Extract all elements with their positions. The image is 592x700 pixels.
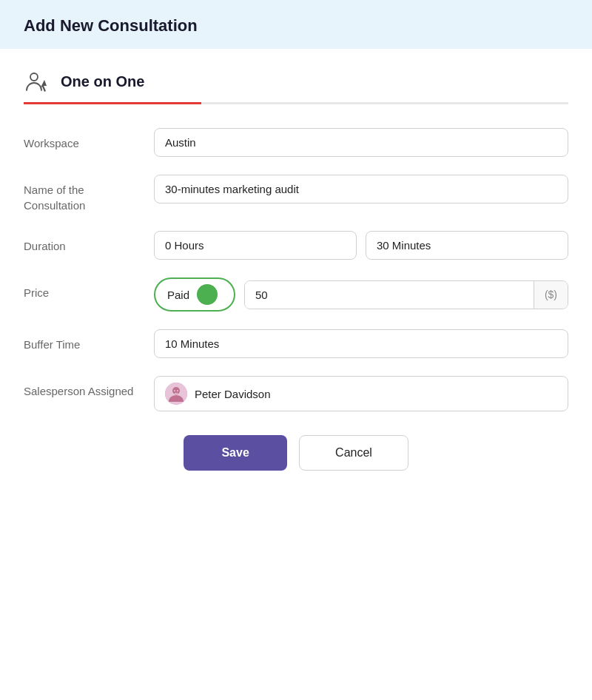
salesperson-label: Salesperson Assigned: [24, 376, 142, 399]
buffer-label: Buffer Time: [24, 329, 142, 352]
toggle-circle: [197, 284, 218, 305]
tab-label: One on One: [61, 73, 144, 90]
price-toggle-button[interactable]: Paid: [154, 277, 235, 312]
price-row: Price Paid ($): [24, 277, 568, 312]
buffer-time-input[interactable]: [154, 329, 568, 358]
duration-label: Duration: [24, 231, 142, 254]
price-fields: Paid ($): [154, 277, 568, 312]
modal-title: Add New Consultation: [24, 16, 568, 36]
price-input-wrapper: ($): [244, 280, 568, 309]
modal-body: One on One Workspace Name of the Consult…: [0, 49, 592, 494]
consultation-label: Name of the Consultation: [24, 175, 142, 213]
avatar: [165, 383, 187, 405]
salesperson-name: Peter Davidson: [195, 388, 271, 400]
svg-point-4: [177, 390, 178, 391]
workspace-row: Workspace: [24, 128, 568, 157]
svg-point-3: [174, 390, 175, 391]
tab-icon: [24, 70, 53, 93]
workspace-label: Workspace: [24, 128, 142, 151]
cancel-button[interactable]: Cancel: [299, 435, 408, 471]
duration-minutes-input[interactable]: [366, 231, 568, 260]
duration-row: Duration: [24, 231, 568, 260]
duration-hours-input[interactable]: [154, 231, 357, 260]
svg-point-0: [30, 73, 38, 81]
price-suffix: ($): [534, 281, 568, 309]
modal-header: Add New Consultation: [0, 0, 592, 49]
price-amount-input[interactable]: [245, 281, 534, 309]
buffer-time-row: Buffer Time: [24, 329, 568, 358]
consultation-name-row: Name of the Consultation: [24, 175, 568, 213]
workspace-input[interactable]: [154, 128, 568, 157]
save-button[interactable]: Save: [184, 435, 287, 471]
price-toggle-label: Paid: [167, 289, 189, 301]
salesperson-field[interactable]: Peter Davidson: [154, 376, 568, 411]
tab-section[interactable]: One on One: [24, 70, 568, 104]
svg-point-2: [172, 387, 180, 394]
button-row: Save Cancel: [24, 435, 568, 471]
consultation-name-input[interactable]: [154, 175, 568, 203]
duration-fields: [154, 231, 568, 260]
salesperson-row: Salesperson Assigned Peter Davidson: [24, 376, 568, 411]
price-label: Price: [24, 277, 142, 300]
